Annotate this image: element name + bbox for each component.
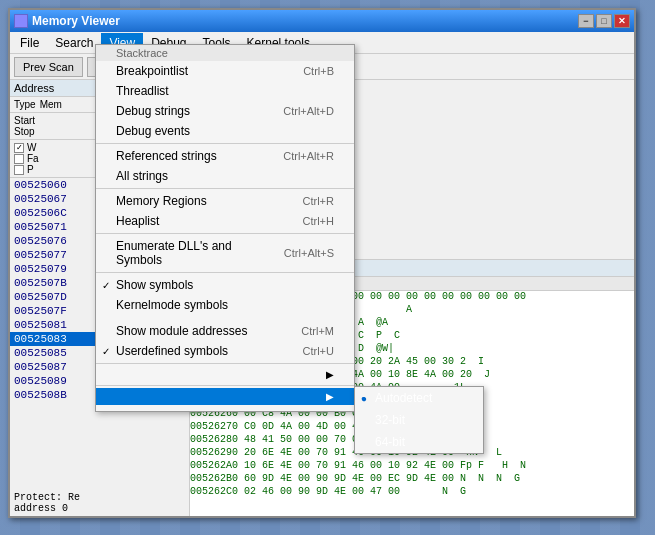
show-symbols-check: ✓ xyxy=(102,280,110,291)
title-bar-content: Memory Viewer xyxy=(14,14,120,28)
menu-show-symbols[interactable]: ✓ Show symbols xyxy=(96,275,354,295)
maximize-button[interactable]: □ xyxy=(596,14,612,28)
hex-row: 005262C0 02 46 00 90 9D 4E 00 47 00 N G xyxy=(190,486,634,499)
separator-2 xyxy=(96,188,354,189)
menu-threadlist[interactable]: Threadlist xyxy=(96,81,354,101)
submenu-autodetect[interactable]: ● Autodetect xyxy=(355,387,483,409)
checkbox-p[interactable] xyxy=(14,165,24,175)
menu-user-symbols[interactable]: Show module addresses Ctrl+M xyxy=(96,321,354,341)
title-bar: Memory Viewer − □ ✕ xyxy=(10,10,634,32)
menu-text-prefs[interactable] xyxy=(96,405,354,411)
prev-scan-button[interactable]: Prev Scan xyxy=(14,57,83,77)
menu-search[interactable]: Search xyxy=(47,33,101,53)
show-comment-check: ✓ xyxy=(102,346,110,357)
ref-strings-shortcut: Ctrl+Alt+R xyxy=(283,150,334,162)
debug-strings-label: Debug strings xyxy=(116,104,190,118)
minimize-button[interactable]: − xyxy=(578,14,594,28)
hex-row: 005262B0 60 9D 4E 00 90 9D 4E 00 EC 9D 4… xyxy=(190,473,634,486)
mem-label: Mem xyxy=(40,99,62,110)
separator-4 xyxy=(96,272,354,273)
menu-show-comment[interactable]: ✓ Userdefined symbols Ctrl+U xyxy=(96,341,354,361)
checkbox-w[interactable]: ✓ xyxy=(14,143,24,153)
show-comment-label: Userdefined symbols xyxy=(116,344,228,358)
submenu-64bit[interactable]: 64-bit xyxy=(355,431,483,453)
debug-events-label: Debug events xyxy=(116,124,190,138)
address-label: address 0 xyxy=(14,503,185,514)
menu-jumplines[interactable]: ▶ xyxy=(96,366,354,383)
memory-regions-shortcut: Ctrl+R xyxy=(303,195,334,207)
checkbox-fa[interactable] xyxy=(14,154,24,164)
protect-area: Protect: Re address 0 xyxy=(10,490,189,516)
enum-dlls-label: Enumerate DLL's and Symbols xyxy=(116,239,264,267)
menu-debug-strings[interactable]: Debug strings Ctrl+Alt+D xyxy=(96,101,354,121)
32bit-label: 32-bit xyxy=(375,413,405,427)
close-button[interactable]: ✕ xyxy=(614,14,630,28)
enum-dlls-shortcut: Ctrl+Alt+S xyxy=(284,247,334,259)
user-symbols-label: Show module addresses xyxy=(116,324,247,338)
view-menu-dropdown: Stacktrace Breakpointlist Ctrl+B Threadl… xyxy=(95,44,355,412)
submenu-32bit[interactable]: 32-bit xyxy=(355,409,483,431)
disassembly-submenu: ● Autodetect 32-bit 64-bit xyxy=(354,386,484,454)
protect-label: Protect: Re xyxy=(14,492,185,503)
heaplist-shortcut: Ctrl+H xyxy=(303,215,334,227)
separator-3 xyxy=(96,233,354,234)
window-icon xyxy=(14,14,28,28)
breakpointlist-label: Breakpointlist xyxy=(116,64,188,78)
show-symbols-label: Show symbols xyxy=(116,278,193,292)
heaplist-label: Heaplist xyxy=(116,214,159,228)
autodetect-label: Autodetect xyxy=(375,391,432,405)
title-bar-controls: − □ ✕ xyxy=(578,14,630,28)
type-label: Type xyxy=(14,99,36,110)
checkbox-p-label: P xyxy=(27,164,34,175)
separator-1 xyxy=(96,143,354,144)
menu-heaplist[interactable]: Heaplist Ctrl+H xyxy=(96,211,354,231)
menu-all-strings[interactable]: All strings xyxy=(96,166,354,186)
window-title: Memory Viewer xyxy=(32,14,120,28)
all-strings-label: All strings xyxy=(116,169,168,183)
hex-row: 005262A0 10 6E 4E 00 70 91 46 00 10 92 4… xyxy=(190,460,634,473)
64bit-label: 64-bit xyxy=(375,435,405,449)
threadlist-label: Threadlist xyxy=(116,84,169,98)
breakpointlist-shortcut: Ctrl+B xyxy=(303,65,334,77)
checkbox-w-label: W xyxy=(27,142,36,153)
menu-kernelmode-symbols[interactable]: Kernelmode symbols xyxy=(96,295,354,315)
kernelmode-symbols-label: Kernelmode symbols xyxy=(116,298,228,312)
separator-5 xyxy=(96,363,354,364)
autodetect-radio-icon: ● xyxy=(361,393,367,404)
show-comment-shortcut: Ctrl+U xyxy=(303,345,334,357)
menu-memory-regions[interactable]: Memory Regions Ctrl+R xyxy=(96,191,354,211)
separator-6 xyxy=(96,385,354,386)
jumplines-arrow-icon: ▶ xyxy=(326,369,334,380)
stacktrace-section: Stacktrace xyxy=(96,45,354,61)
disassembly-arrow-icon: ▶ xyxy=(326,391,334,402)
menu-file[interactable]: File xyxy=(12,33,47,53)
user-symbols-shortcut: Ctrl+M xyxy=(301,325,334,337)
debug-strings-shortcut: Ctrl+Alt+D xyxy=(283,105,334,117)
address-col-header: Address xyxy=(14,82,54,94)
menu-debug-events[interactable]: Debug events xyxy=(96,121,354,141)
menu-disassembly-output[interactable]: ▶ ● Autodetect 32-bit 64-bit xyxy=(96,388,354,405)
checkbox-fa-label: Fa xyxy=(27,153,39,164)
menu-enum-dlls[interactable]: Enumerate DLL's and Symbols Ctrl+Alt+S xyxy=(96,236,354,270)
menu-breakpointlist[interactable]: Breakpointlist Ctrl+B xyxy=(96,61,354,81)
menu-ref-strings[interactable]: Referenced strings Ctrl+Alt+R xyxy=(96,146,354,166)
memory-regions-label: Memory Regions xyxy=(116,194,207,208)
ref-strings-label: Referenced strings xyxy=(116,149,217,163)
